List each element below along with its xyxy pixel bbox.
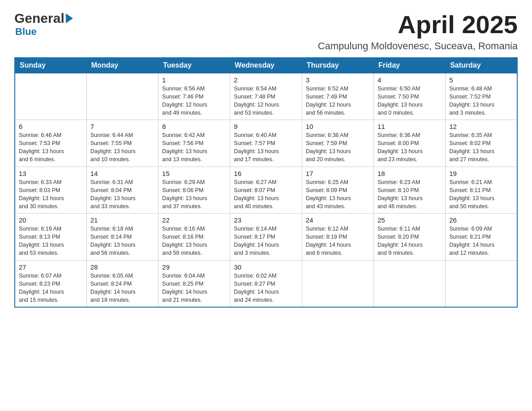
calendar-cell: 22Sunrise: 6:16 AM Sunset: 8:16 PM Dayli…: [159, 214, 230, 261]
day-number: 30: [234, 263, 298, 271]
calendar-week-row: 1Sunrise: 6:56 AM Sunset: 7:46 PM Daylig…: [15, 73, 517, 120]
day-number: 4: [378, 76, 442, 84]
calendar-cell: 4Sunrise: 6:50 AM Sunset: 7:50 PM Daylig…: [373, 73, 445, 120]
calendar-cell: 28Sunrise: 6:05 AM Sunset: 8:24 PM Dayli…: [86, 260, 158, 307]
day-number: 21: [90, 216, 154, 224]
calendar-cell: 26Sunrise: 6:09 AM Sunset: 8:21 PM Dayli…: [446, 214, 517, 261]
day-info: Sunrise: 6:31 AM Sunset: 8:04 PM Dayligh…: [90, 178, 154, 211]
day-number: 10: [306, 123, 370, 130]
day-info: Sunrise: 6:48 AM Sunset: 7:52 PM Dayligh…: [449, 85, 513, 117]
day-info: Sunrise: 6:46 AM Sunset: 7:53 PM Dayligh…: [19, 131, 83, 164]
calendar-cell: 9Sunrise: 6:40 AM Sunset: 7:57 PM Daylig…: [230, 120, 302, 167]
calendar-cell: 10Sunrise: 6:38 AM Sunset: 7:59 PM Dayli…: [302, 120, 373, 167]
logo-arrow-icon: [66, 13, 73, 23]
day-number: 7: [90, 123, 154, 130]
day-number: 23: [234, 216, 298, 224]
col-header-saturday: Saturday: [446, 57, 517, 73]
day-info: Sunrise: 6:11 AM Sunset: 8:20 PM Dayligh…: [378, 225, 442, 257]
day-info: Sunrise: 6:23 AM Sunset: 8:10 PM Dayligh…: [378, 178, 442, 211]
calendar-cell: 29Sunrise: 6:04 AM Sunset: 8:25 PM Dayli…: [159, 260, 230, 307]
day-number: 28: [90, 263, 154, 271]
day-number: 26: [449, 216, 513, 224]
calendar-cell: 3Sunrise: 6:52 AM Sunset: 7:49 PM Daylig…: [302, 73, 373, 120]
day-info: Sunrise: 6:25 AM Sunset: 8:09 PM Dayligh…: [306, 178, 370, 211]
calendar-cell: 15Sunrise: 6:29 AM Sunset: 8:06 PM Dayli…: [159, 167, 230, 214]
logo: General Blue: [14, 11, 73, 38]
calendar-cell: 1Sunrise: 6:56 AM Sunset: 7:46 PM Daylig…: [159, 73, 230, 120]
calendar-week-row: 13Sunrise: 6:33 AM Sunset: 8:03 PM Dayli…: [15, 167, 517, 214]
calendar-cell: 19Sunrise: 6:21 AM Sunset: 8:11 PM Dayli…: [446, 167, 517, 214]
day-info: Sunrise: 6:40 AM Sunset: 7:57 PM Dayligh…: [234, 131, 298, 164]
day-number: 17: [306, 170, 370, 177]
title-section: April 2025 Campulung Moldovenesc, Suceav…: [318, 11, 518, 52]
col-header-thursday: Thursday: [302, 57, 373, 73]
month-title: April 2025: [318, 11, 518, 39]
col-header-monday: Monday: [86, 57, 158, 73]
day-info: Sunrise: 6:42 AM Sunset: 7:56 PM Dayligh…: [162, 131, 226, 164]
calendar-table: SundayMondayTuesdayWednesdayThursdayFrid…: [14, 57, 518, 308]
day-info: Sunrise: 6:14 AM Sunset: 8:17 PM Dayligh…: [234, 225, 298, 257]
day-info: Sunrise: 6:12 AM Sunset: 8:19 PM Dayligh…: [306, 225, 370, 257]
day-info: Sunrise: 6:29 AM Sunset: 8:06 PM Dayligh…: [162, 178, 226, 211]
day-number: 18: [378, 170, 442, 177]
calendar-header-row: SundayMondayTuesdayWednesdayThursdayFrid…: [15, 57, 517, 73]
day-info: Sunrise: 6:02 AM Sunset: 8:27 PM Dayligh…: [234, 272, 298, 304]
page-header: General Blue April 2025 Campulung Moldov…: [14, 11, 518, 52]
day-number: 12: [449, 123, 513, 130]
calendar-cell: 8Sunrise: 6:42 AM Sunset: 7:56 PM Daylig…: [159, 120, 230, 167]
day-info: Sunrise: 6:44 AM Sunset: 7:55 PM Dayligh…: [90, 131, 154, 164]
day-number: 5: [449, 76, 513, 84]
day-number: 11: [378, 123, 442, 130]
day-number: 25: [378, 216, 442, 224]
day-number: 13: [19, 170, 83, 177]
calendar-cell: 30Sunrise: 6:02 AM Sunset: 8:27 PM Dayli…: [230, 260, 302, 307]
day-info: Sunrise: 6:04 AM Sunset: 8:25 PM Dayligh…: [162, 272, 226, 304]
calendar-week-row: 27Sunrise: 6:07 AM Sunset: 8:23 PM Dayli…: [15, 260, 517, 307]
calendar-cell: [86, 73, 158, 120]
day-info: Sunrise: 6:19 AM Sunset: 8:13 PM Dayligh…: [19, 225, 83, 257]
calendar-cell: [373, 260, 445, 307]
day-info: Sunrise: 6:07 AM Sunset: 8:23 PM Dayligh…: [19, 272, 83, 304]
calendar-cell: [302, 260, 373, 307]
calendar-cell: 24Sunrise: 6:12 AM Sunset: 8:19 PM Dayli…: [302, 214, 373, 261]
day-number: 24: [306, 216, 370, 224]
day-number: 2: [234, 76, 298, 84]
day-number: 27: [19, 263, 83, 271]
day-number: 3: [306, 76, 370, 84]
day-info: Sunrise: 6:21 AM Sunset: 8:11 PM Dayligh…: [449, 178, 513, 211]
calendar-cell: 20Sunrise: 6:19 AM Sunset: 8:13 PM Dayli…: [15, 214, 86, 261]
day-info: Sunrise: 6:52 AM Sunset: 7:49 PM Dayligh…: [306, 85, 370, 117]
day-info: Sunrise: 6:18 AM Sunset: 8:14 PM Dayligh…: [90, 225, 154, 257]
day-info: Sunrise: 6:36 AM Sunset: 8:00 PM Dayligh…: [378, 131, 442, 164]
location-subtitle: Campulung Moldovenesc, Suceava, Romania: [318, 40, 518, 52]
calendar-cell: 11Sunrise: 6:36 AM Sunset: 8:00 PM Dayli…: [373, 120, 445, 167]
col-header-wednesday: Wednesday: [230, 57, 302, 73]
calendar-cell: 21Sunrise: 6:18 AM Sunset: 8:14 PM Dayli…: [86, 214, 158, 261]
day-number: 19: [449, 170, 513, 177]
calendar-cell: 18Sunrise: 6:23 AM Sunset: 8:10 PM Dayli…: [373, 167, 445, 214]
col-header-tuesday: Tuesday: [159, 57, 230, 73]
day-info: Sunrise: 6:33 AM Sunset: 8:03 PM Dayligh…: [19, 178, 83, 211]
logo-general-text: General: [14, 11, 64, 26]
day-info: Sunrise: 6:35 AM Sunset: 8:02 PM Dayligh…: [449, 131, 513, 164]
day-number: 14: [90, 170, 154, 177]
day-info: Sunrise: 6:16 AM Sunset: 8:16 PM Dayligh…: [162, 225, 226, 257]
calendar-cell: 13Sunrise: 6:33 AM Sunset: 8:03 PM Dayli…: [15, 167, 86, 214]
calendar-cell: 5Sunrise: 6:48 AM Sunset: 7:52 PM Daylig…: [446, 73, 517, 120]
calendar-cell: 6Sunrise: 6:46 AM Sunset: 7:53 PM Daylig…: [15, 120, 86, 167]
calendar-cell: 27Sunrise: 6:07 AM Sunset: 8:23 PM Dayli…: [15, 260, 86, 307]
day-info: Sunrise: 6:50 AM Sunset: 7:50 PM Dayligh…: [378, 85, 442, 117]
day-number: 20: [19, 216, 83, 224]
day-info: Sunrise: 6:38 AM Sunset: 7:59 PM Dayligh…: [306, 131, 370, 164]
calendar-cell: 12Sunrise: 6:35 AM Sunset: 8:02 PM Dayli…: [446, 120, 517, 167]
calendar-cell: 7Sunrise: 6:44 AM Sunset: 7:55 PM Daylig…: [86, 120, 158, 167]
day-number: 22: [162, 216, 226, 224]
day-number: 9: [234, 123, 298, 130]
col-header-friday: Friday: [373, 57, 445, 73]
calendar-cell: 17Sunrise: 6:25 AM Sunset: 8:09 PM Dayli…: [302, 167, 373, 214]
day-info: Sunrise: 6:27 AM Sunset: 8:07 PM Dayligh…: [234, 178, 298, 211]
day-info: Sunrise: 6:09 AM Sunset: 8:21 PM Dayligh…: [449, 225, 513, 257]
logo-blue-text: Blue: [15, 26, 73, 38]
calendar-cell: 25Sunrise: 6:11 AM Sunset: 8:20 PM Dayli…: [373, 214, 445, 261]
day-number: 1: [162, 76, 226, 84]
